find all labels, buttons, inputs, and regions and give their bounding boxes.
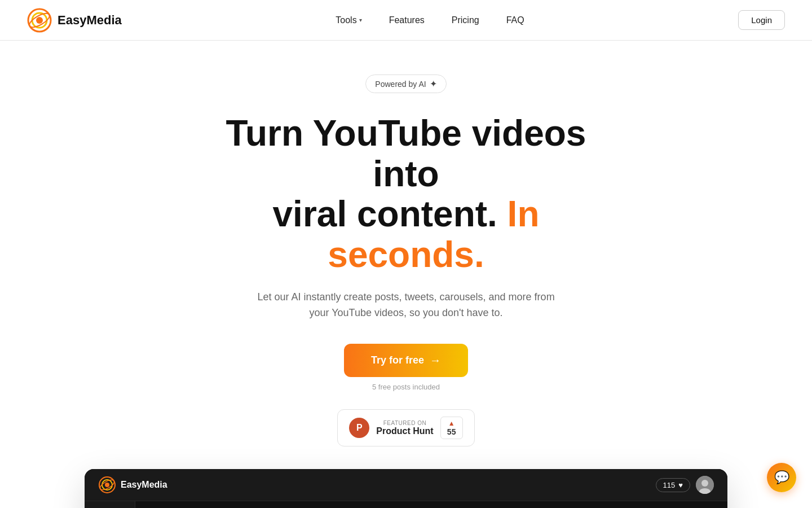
hero-section: Powered by AI ✦ Turn YouTube videos into…	[0, 41, 812, 446]
navbar: EasyMedia Tools ▾ Features Pricing FAQ L…	[0, 0, 812, 41]
chat-bubble-button[interactable]: 💬	[767, 463, 796, 492]
cta-arrow-icon: →	[430, 354, 441, 367]
app-sidebar: ⊞ Dashboard ⋯ Workflows ▷	[85, 501, 135, 508]
logo-text: EasyMedia	[58, 13, 122, 28]
nav-faq[interactable]: FAQ	[506, 15, 524, 25]
credits-badge: 115 ♥	[656, 478, 690, 492]
try-free-button[interactable]: Try for free →	[344, 344, 468, 377]
user-avatar	[696, 476, 714, 494]
svg-point-2	[36, 17, 43, 24]
app-name-text: EasyMedia	[121, 480, 167, 490]
product-hunt-badge[interactable]: P FEATURED ON Product Hunt ▲ 55	[337, 409, 474, 446]
nav-features[interactable]: Features	[389, 15, 425, 25]
app-topbar-right: 115 ♥	[656, 476, 714, 494]
ph-text: FEATURED ON Product Hunt	[376, 420, 433, 436]
powered-badge: Powered by AI ✦	[365, 75, 446, 93]
nav-links: Tools ▾ Features Pricing FAQ	[336, 15, 524, 25]
cta-note: 5 free posts included	[372, 383, 440, 391]
app-main-content: ← Go back Facebook Post 60 ♥ Create a Fa…	[135, 501, 727, 508]
app-logo: EasyMedia	[98, 476, 167, 494]
app-body: ⊞ Dashboard ⋯ Workflows ▷ ← Go back Face…	[85, 501, 727, 508]
hero-subtitle: Let our AI instantly create posts, tweet…	[248, 289, 564, 322]
svg-point-6	[105, 483, 109, 487]
chat-icon: 💬	[774, 470, 789, 485]
ph-logo-icon: P	[349, 418, 369, 438]
app-topbar: EasyMedia 115 ♥	[85, 469, 727, 501]
heart-icon: ♥	[678, 481, 683, 489]
svg-point-9	[701, 480, 708, 487]
login-button[interactable]: Login	[738, 10, 785, 30]
cta-wrapper: Try for free → 5 free posts included	[344, 344, 468, 391]
app-logo-icon	[98, 476, 116, 494]
nav-pricing[interactable]: Pricing	[452, 15, 479, 25]
app-preview: EasyMedia 115 ♥	[85, 469, 727, 508]
logo-icon	[27, 8, 52, 33]
ph-votes: ▲ 55	[440, 417, 463, 439]
tools-chevron-icon: ▾	[359, 17, 362, 23]
logo[interactable]: EasyMedia	[27, 8, 122, 33]
sparkle-icon: ✦	[430, 78, 437, 89]
nav-tools[interactable]: Tools ▾	[336, 15, 361, 25]
hero-title: Turn YouTube videos into viral content. …	[192, 113, 620, 275]
